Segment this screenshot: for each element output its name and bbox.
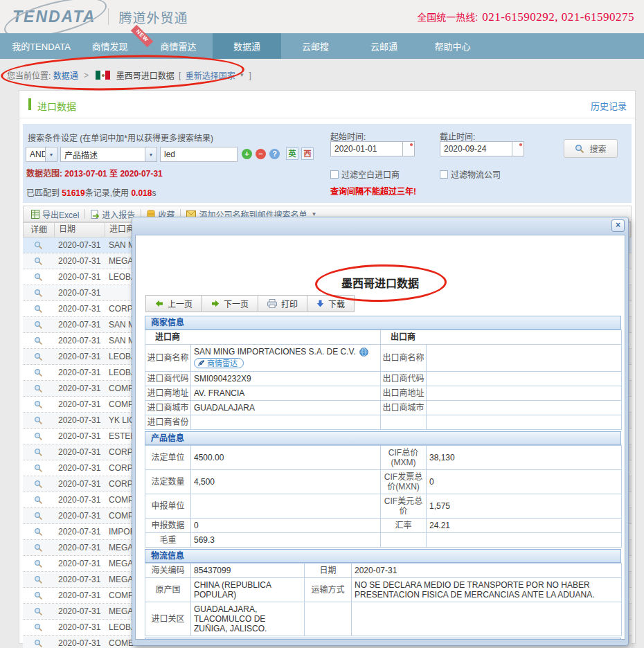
start-date-field[interactable]: 2020-01-01 [330, 141, 415, 156]
product-label: 法定单位 [145, 445, 191, 469]
exporter-code-label: 出口商代码 [381, 371, 427, 386]
match-count-line: 已匹配到 51619条记录,使用 0.018s [26, 186, 156, 198]
row-date: 2020-07-31 [54, 606, 105, 616]
exporter-column-header: 出口商 [381, 330, 622, 345]
field-value: 产品描述 [64, 149, 98, 161]
detail-magnifier-icon[interactable] [23, 575, 54, 584]
product-value: 24.21 [427, 518, 622, 532]
filter-logistics-checkbox[interactable]: 过滤物流公司 [440, 168, 501, 180]
next-page-button[interactable]: 下一页 [202, 295, 258, 312]
nav-tab[interactable]: 数据通 [213, 33, 281, 59]
detail-magnifier-icon[interactable] [23, 384, 54, 393]
nav-tab[interactable]: 商情雷达 [144, 33, 213, 59]
detail-magnifier-icon[interactable] [23, 448, 54, 457]
nav-tab[interactable]: 我的TENDATA [7, 33, 75, 59]
detail-magnifier-icon[interactable] [23, 543, 54, 552]
detail-magnifier-icon[interactable] [23, 257, 54, 266]
row-date: 2020-07-31 [54, 622, 105, 632]
add-condition-icon[interactable]: + [242, 149, 252, 159]
remove-condition-icon[interactable]: − [256, 149, 266, 159]
detail-magnifier-icon[interactable] [23, 305, 54, 314]
product-value: 4500.00 [191, 445, 381, 469]
importer-city-value: GUADALAJARA [191, 400, 381, 415]
detail-magnifier-icon[interactable] [23, 496, 54, 505]
row-date: 2020-07-31 [54, 559, 105, 568]
checkbox-icon[interactable] [440, 170, 448, 179]
business-radar-link[interactable]: 商情雷达 [194, 358, 244, 368]
detail-magnifier-icon[interactable] [23, 368, 54, 377]
product-value: 569.3 [191, 532, 381, 547]
detail-magnifier-icon[interactable] [23, 273, 54, 282]
download-button[interactable]: 下载 [307, 295, 355, 312]
exporter-name-label: 出口商名称 [381, 345, 427, 372]
english-button[interactable]: 英 [286, 147, 298, 160]
detail-magnifier-icon[interactable] [23, 321, 54, 330]
date-range-warning: 查询间隔不能超过三年! [330, 185, 416, 197]
detail-magnifier-icon[interactable] [23, 591, 54, 600]
search-conditions-panel: 搜索条件设定 (在单词中加*用以获得更多搜索结果) AND ▼ 产品描述 ▼ +… [23, 124, 632, 203]
operator-select[interactable]: AND ▼ [26, 147, 57, 162]
detail-magnifier-icon[interactable] [23, 559, 54, 568]
download-label: 下载 [328, 298, 345, 309]
calendar-icon[interactable] [512, 142, 524, 156]
product-label: 法定数量 [145, 469, 191, 494]
export-excel-button[interactable]: 导出Excel [28, 208, 82, 220]
report-icon [91, 210, 99, 219]
logistics-label [305, 602, 352, 636]
logo-area: TENDATA 腾道外贸通 [10, 8, 188, 26]
detail-magnifier-icon[interactable] [23, 400, 54, 409]
exporter-address-value [427, 386, 622, 400]
reselect-country-link[interactable]: 重新选择国家 [186, 71, 235, 81]
nav-tab[interactable]: 帮助中心 [418, 33, 487, 59]
modal-title: 墨西哥进口数据 [136, 274, 625, 291]
print-button[interactable]: 打印 [258, 295, 307, 312]
enter-report-label: 进入报告 [102, 208, 135, 220]
logistics-section-bar: 物流信息 [145, 549, 621, 563]
spanish-button[interactable]: 西 [301, 147, 314, 160]
detail-magnifier-icon[interactable] [23, 623, 54, 632]
detail-magnifier-icon[interactable] [23, 512, 54, 521]
globe-icon[interactable] [359, 348, 368, 357]
detail-magnifier-icon[interactable] [23, 432, 54, 441]
prev-page-button[interactable]: 上一页 [145, 295, 202, 312]
chevron-down-icon[interactable]: ▼ [45, 147, 57, 161]
checkbox-icon[interactable] [330, 170, 339, 179]
breadcrumb-link-datahub[interactable]: 数据通 [53, 71, 78, 81]
keyword-input[interactable] [160, 147, 238, 162]
help-icon[interactable]: ? [269, 149, 280, 159]
search-icon [575, 144, 584, 154]
nav-tab[interactable]: 商情发现 [75, 33, 144, 59]
detail-magnifier-icon[interactable] [23, 528, 54, 537]
importer-name-cell: SAN MING IMPORTACIONES S.A. DE C.V. 商情雷达 [191, 345, 381, 372]
detail-magnifier-icon[interactable] [23, 289, 54, 298]
bracket-close: ] [249, 71, 251, 80]
modal-header[interactable]: × [132, 217, 628, 235]
search-button[interactable]: 搜索 [564, 139, 618, 158]
chevron-down-icon[interactable]: ▼ [145, 147, 156, 161]
detail-magnifier-icon[interactable] [23, 607, 54, 616]
detail-magnifier-icon[interactable] [23, 464, 54, 473]
history-link[interactable]: 历史记录 [591, 99, 627, 112]
end-date-field[interactable]: 2020-09-24 [440, 141, 524, 156]
calendar-icon[interactable] [402, 142, 414, 156]
detail-magnifier-icon[interactable] [23, 241, 54, 250]
row-date: 2020-07-31 [54, 575, 105, 584]
detail-magnifier-icon[interactable] [23, 639, 54, 648]
logistics-value [352, 602, 622, 636]
match-suffix: s [152, 188, 156, 198]
hotline-numbers: 021-61590292, 021-61590275 [482, 10, 634, 24]
field-select[interactable]: 产品描述 ▼ [60, 147, 157, 162]
enter-report-button[interactable]: 进入报告 [88, 208, 138, 220]
nav-tab[interactable]: 云邮搜 [281, 33, 350, 59]
column-header-date: 日期 [55, 222, 105, 237]
logistics-label: 进口关区 [145, 602, 191, 636]
filter-blank-importer-checkbox[interactable]: 过滤空白进口商 [330, 168, 400, 180]
exporter-city-label: 出口商城市 [381, 400, 427, 415]
main-nav: 我的TENDATA 商情发现 商情雷达 数据通 云邮搜 云邮通 帮助中心 [0, 33, 644, 59]
close-icon[interactable]: × [611, 219, 625, 232]
detail-magnifier-icon[interactable] [23, 336, 54, 345]
detail-magnifier-icon[interactable] [23, 416, 54, 425]
detail-magnifier-icon[interactable] [23, 480, 54, 489]
detail-magnifier-icon[interactable] [23, 352, 54, 361]
nav-tab[interactable]: 云邮通 [350, 33, 418, 59]
